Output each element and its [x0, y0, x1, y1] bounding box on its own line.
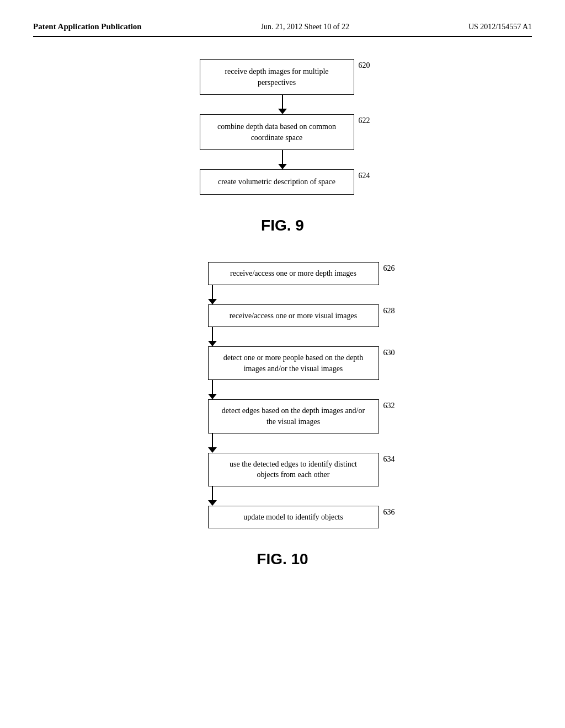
header-right-text: US 2012/154557 A1: [468, 23, 532, 31]
fig9-step-622: combine depth data based on common coord…: [200, 114, 366, 150]
fig10-step-630: detect one or more people based on the d…: [208, 346, 391, 380]
fig10-label-634: 634: [383, 455, 395, 464]
fig9-label: FIG. 9: [261, 217, 304, 234]
fig9-label-620: 620: [359, 61, 370, 70]
arrow-head: [278, 109, 287, 114]
fig10-section: receive/access one or more depth images …: [33, 262, 532, 568]
fig10-label: FIG. 10: [257, 550, 308, 568]
fig9-label-622: 622: [359, 116, 370, 125]
fig10-box-630: detect one or more people based on the d…: [208, 346, 379, 380]
fig9-label-624: 624: [359, 172, 370, 180]
arrow-head: [208, 394, 217, 399]
arrow-632-634: [208, 433, 217, 453]
arrow-line: [212, 380, 213, 394]
fig9-step-624: create volumetric description of space 6…: [200, 169, 366, 195]
fig10-box-628: receive/access one or more visual images: [208, 304, 379, 328]
arrow-630-632: [208, 380, 217, 399]
arrow-line: [282, 95, 283, 109]
fig10-step-636: update model to identify objects 636: [208, 506, 391, 529]
fig10-label-628: 628: [383, 307, 395, 315]
fig10-label-630: 630: [383, 349, 395, 357]
header-center-text: Jun. 21, 2012 Sheet 10 of 22: [261, 23, 349, 31]
fig9-section: receive depth images for multiple perspe…: [33, 59, 532, 234]
fig10-label-632: 632: [383, 402, 395, 410]
arrow-line: [212, 327, 213, 341]
arrow-626-628: [208, 285, 217, 304]
fig9-flowchart: receive depth images for multiple perspe…: [200, 59, 366, 195]
fig10-box-634: use the detected edges to identify disti…: [208, 453, 379, 486]
fig10-flowchart: receive/access one or more depth images …: [208, 262, 391, 528]
arrow-head: [278, 164, 287, 169]
page-header: Patent Application Publication Jun. 21, …: [33, 22, 532, 37]
arrow-628-630: [208, 327, 217, 346]
arrow-620-622: [278, 95, 287, 114]
fig10-box-632: detect edges based on the depth images a…: [208, 399, 379, 433]
fig9-box-624: create volumetric description of space: [200, 169, 354, 195]
fig10-step-626: receive/access one or more depth images …: [208, 262, 391, 285]
fig10-box-626: receive/access one or more depth images: [208, 262, 379, 285]
fig10-label-636: 636: [383, 508, 395, 517]
fig10-label-626: 626: [383, 264, 395, 273]
arrow-line: [282, 150, 283, 164]
arrow-634-636: [208, 486, 217, 506]
arrow-head: [208, 500, 217, 506]
arrow-line: [212, 433, 213, 447]
fig9-step-620: receive depth images for multiple perspe…: [200, 59, 366, 95]
fig9-box-622: combine depth data based on common coord…: [200, 114, 354, 150]
arrow-622-624: [278, 150, 287, 169]
fig10-step-634: use the detected edges to identify disti…: [208, 453, 391, 486]
arrow-head: [208, 299, 217, 304]
arrow-line: [212, 285, 213, 299]
arrow-head: [208, 341, 217, 346]
arrow-head: [208, 447, 217, 453]
fig10-step-632: detect edges based on the depth images a…: [208, 399, 391, 433]
fig10-box-636: update model to identify objects: [208, 506, 379, 529]
page: Patent Application Publication Jun. 21, …: [0, 0, 565, 728]
fig10-step-628: receive/access one or more visual images…: [208, 304, 391, 328]
fig9-box-620: receive depth images for multiple perspe…: [200, 59, 354, 95]
header-left-text: Patent Application Publication: [33, 22, 142, 31]
arrow-line: [212, 486, 213, 500]
